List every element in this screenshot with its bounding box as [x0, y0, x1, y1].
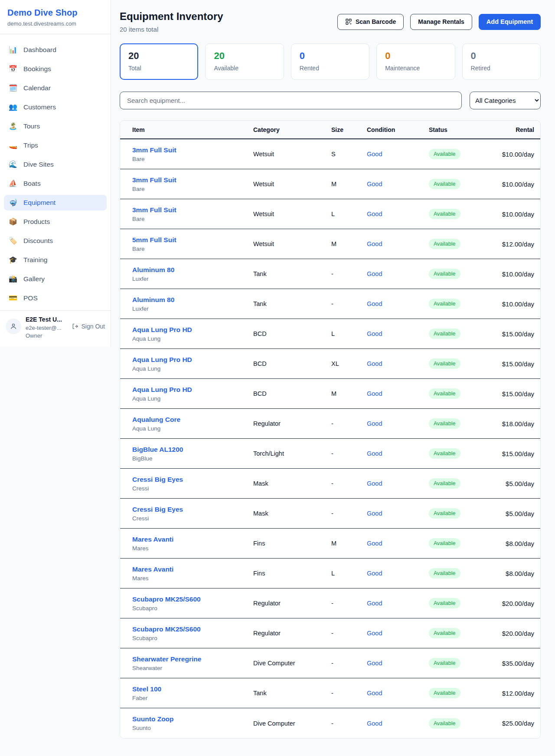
condition-link[interactable]: Good — [367, 420, 382, 427]
size-cell: M — [331, 540, 367, 547]
sidebar-item-equipment[interactable]: 🤿Equipment — [4, 195, 107, 210]
table-row[interactable]: Scubapro MK25/S600ScubaproRegulator-Good… — [120, 588, 540, 618]
condition-link[interactable]: Good — [367, 151, 382, 158]
item-name-link[interactable]: Steel 100 — [132, 685, 253, 693]
condition-link[interactable]: Good — [367, 690, 382, 697]
condition-link[interactable]: Good — [367, 390, 382, 397]
sign-out-button[interactable]: Sign Out — [72, 323, 105, 330]
sidebar-item-customers[interactable]: 👥Customers — [4, 99, 107, 115]
category-cell: Tank — [253, 270, 331, 277]
condition-link[interactable]: Good — [367, 330, 382, 337]
table-row[interactable]: 3mm Full SuitBareWetsuitLGoodAvailable$1… — [120, 199, 540, 229]
item-name-link[interactable]: Scubapro MK25/S600 — [132, 625, 253, 633]
item-name-link[interactable]: Cressi Big Eyes — [132, 476, 253, 483]
item-name-link[interactable]: BigBlue AL1200 — [132, 446, 253, 454]
condition-link[interactable]: Good — [367, 210, 382, 217]
condition-link[interactable]: Good — [367, 450, 382, 457]
item-name-link[interactable]: Mares Avanti — [132, 565, 253, 573]
status-cell: Available — [429, 688, 498, 698]
item-name-link[interactable]: Aluminum 80 — [132, 266, 253, 274]
condition-link[interactable]: Good — [367, 570, 382, 577]
condition-link[interactable]: Good — [367, 720, 382, 727]
item-name-link[interactable]: Aqualung Core — [132, 416, 253, 424]
category-select[interactable]: All Categories — [470, 92, 541, 109]
table-row[interactable]: Aluminum 80LuxferTank-GoodAvailable$10.0… — [120, 289, 540, 319]
condition-link[interactable]: Good — [367, 181, 382, 187]
item-name-link[interactable]: Cressi Big Eyes — [132, 506, 253, 513]
sidebar-item-products[interactable]: 📦Products — [4, 214, 107, 230]
status-cell: Available — [429, 179, 498, 189]
table-row[interactable]: Shearwater PeregrineShearwaterDive Compu… — [120, 648, 540, 678]
condition-link[interactable]: Good — [367, 630, 382, 637]
item-name-link[interactable]: Mares Avanti — [132, 536, 253, 543]
status-cell: Available — [429, 658, 498, 668]
item-name-link[interactable]: Shearwater Peregrine — [132, 655, 253, 663]
status-badge: Available — [429, 448, 460, 459]
sidebar-item-boats[interactable]: ⛵Boats — [4, 176, 107, 191]
condition-link[interactable]: Good — [367, 300, 382, 307]
sidebar-item-trips[interactable]: 🚤Trips — [4, 138, 107, 153]
stat-card-total[interactable]: 20Total — [120, 43, 198, 80]
table-row[interactable]: Mares AvantiMaresFinsMGoodAvailable$8.00… — [120, 529, 540, 559]
condition-cell: Good — [367, 659, 429, 667]
item-name-link[interactable]: 3mm Full Suit — [132, 146, 253, 154]
item-brand: Suunto — [132, 725, 253, 731]
item-name-link[interactable]: Suunto Zoop — [132, 715, 253, 723]
table-row[interactable]: Aqua Lung Pro HDAqua LungBCDMGoodAvailab… — [120, 379, 540, 409]
status-badge: Available — [429, 179, 460, 189]
sidebar-item-pos[interactable]: 💳POS — [4, 290, 107, 306]
logout-icon — [72, 323, 78, 330]
table-row[interactable]: Steel 100FaberTank-GoodAvailable$12.00/d… — [120, 678, 540, 708]
condition-link[interactable]: Good — [367, 480, 382, 487]
table-row[interactable]: BigBlue AL1200BigBlueTorch/Light-GoodAva… — [120, 439, 540, 469]
manage-rentals-button[interactable]: Manage Rentals — [410, 14, 472, 30]
stat-card-rented[interactable]: 0Rented — [291, 43, 369, 80]
condition-link[interactable]: Good — [367, 600, 382, 607]
scan-barcode-button[interactable]: Scan Barcode — [337, 14, 404, 30]
table-row[interactable]: Scubapro MK25/S600ScubaproRegulator-Good… — [120, 618, 540, 648]
tours-icon: 🏝️ — [8, 123, 18, 130]
item-name-link[interactable]: Aluminum 80 — [132, 296, 253, 304]
item-name-link[interactable]: Scubapro MK25/S600 — [132, 595, 253, 603]
item-name-link[interactable]: 3mm Full Suit — [132, 206, 253, 214]
table-row[interactable]: Suunto ZoopSuuntoDive Computer-GoodAvail… — [120, 708, 540, 738]
sidebar-item-discounts[interactable]: 🏷️Discounts — [4, 233, 107, 249]
stat-value: 0 — [300, 50, 361, 62]
add-equipment-button[interactable]: Add Equipment — [479, 14, 541, 30]
search-input[interactable] — [120, 92, 462, 109]
item-name-link[interactable]: 5mm Full Suit — [132, 236, 253, 244]
category-cell: BCD — [253, 360, 331, 367]
table-row[interactable]: Aqua Lung Pro HDAqua LungBCDLGoodAvailab… — [120, 319, 540, 349]
status-badge: Available — [429, 598, 460, 608]
table-row[interactable]: 3mm Full SuitBareWetsuitMGoodAvailable$1… — [120, 169, 540, 199]
item-name-link[interactable]: 3mm Full Suit — [132, 176, 253, 184]
item-brand: Faber — [132, 695, 253, 701]
table-row[interactable]: Aqua Lung Pro HDAqua LungBCDXLGoodAvaila… — [120, 349, 540, 379]
table-row[interactable]: Cressi Big EyesCressiMask-GoodAvailable$… — [120, 469, 540, 499]
sidebar-item-tours[interactable]: 🏝️Tours — [4, 118, 107, 134]
table-row[interactable]: 3mm Full SuitBareWetsuitSGoodAvailable$1… — [120, 139, 540, 169]
condition-link[interactable]: Good — [367, 660, 382, 667]
condition-link[interactable]: Good — [367, 510, 382, 517]
condition-link[interactable]: Good — [367, 540, 382, 547]
condition-link[interactable]: Good — [367, 240, 382, 247]
table-row[interactable]: Aqualung CoreAqua LungRegulator-GoodAvai… — [120, 409, 540, 439]
table-row[interactable]: Mares AvantiMaresFinsLGoodAvailable$8.00… — [120, 559, 540, 588]
item-name-link[interactable]: Aqua Lung Pro HD — [132, 356, 253, 364]
condition-link[interactable]: Good — [367, 270, 382, 277]
sidebar-item-dashboard[interactable]: 📊Dashboard — [4, 42, 107, 58]
stat-card-maintenance[interactable]: 0Maintenance — [376, 43, 455, 80]
stat-card-retired[interactable]: 0Retired — [462, 43, 541, 80]
sidebar-item-training[interactable]: 🎓Training — [4, 252, 107, 268]
stat-card-available[interactable]: 20Available — [205, 43, 284, 80]
sidebar-item-dive-sites[interactable]: 🌊Dive Sites — [4, 157, 107, 172]
sidebar-item-gallery[interactable]: 📸Gallery — [4, 271, 107, 287]
table-row[interactable]: Aluminum 80LuxferTank-GoodAvailable$10.0… — [120, 259, 540, 289]
sidebar-item-calendar[interactable]: 🗓️Calendar — [4, 80, 107, 96]
table-row[interactable]: 5mm Full SuitBareWetsuitMGoodAvailable$1… — [120, 229, 540, 259]
item-name-link[interactable]: Aqua Lung Pro HD — [132, 326, 253, 334]
sidebar-item-bookings[interactable]: 📅Bookings — [4, 61, 107, 77]
item-name-link[interactable]: Aqua Lung Pro HD — [132, 386, 253, 394]
condition-link[interactable]: Good — [367, 360, 382, 367]
table-row[interactable]: Cressi Big EyesCressiMask-GoodAvailable$… — [120, 499, 540, 529]
